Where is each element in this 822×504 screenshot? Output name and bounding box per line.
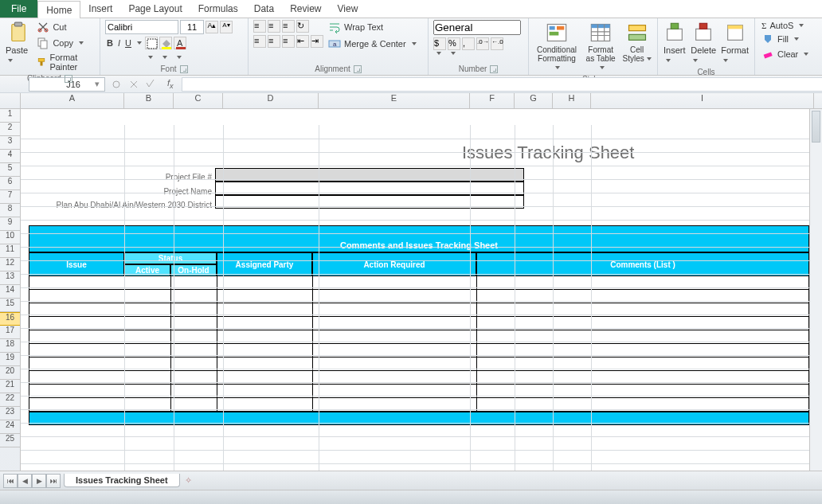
row-header-7[interactable]: 7 xyxy=(0,190,20,204)
tab-scroll-last[interactable]: ⏭ xyxy=(46,474,61,488)
col-header-F[interactable]: F xyxy=(470,93,515,108)
row-header-6[interactable]: 6 xyxy=(0,177,20,190)
decrease-indent-button[interactable]: ⇤ xyxy=(296,35,309,48)
align-left-button[interactable]: ≡ xyxy=(253,35,266,48)
row-header-8[interactable]: 8 xyxy=(0,204,20,217)
border-button[interactable] xyxy=(145,37,158,49)
align-top-button[interactable]: ≡ xyxy=(253,20,266,33)
row-header-10[interactable]: 10 xyxy=(0,231,20,244)
align-right-button[interactable]: ≡ xyxy=(282,35,295,48)
autosum-button[interactable]: ΣAutoS xyxy=(760,20,805,31)
row-header-4[interactable]: 4 xyxy=(0,150,20,163)
font-color-button[interactable]: A xyxy=(174,37,186,49)
col-header-D[interactable]: D xyxy=(223,93,319,108)
tab-scroll-first[interactable]: ⏮ xyxy=(3,474,18,488)
align-middle-button[interactable]: ≡ xyxy=(268,20,280,33)
row-header-15[interactable]: 15 xyxy=(0,299,20,312)
format-cells-button[interactable]: Format xyxy=(720,20,750,66)
col-header-C[interactable]: C xyxy=(174,93,223,108)
row-header-18[interactable]: 18 xyxy=(0,339,20,353)
formula-nav-icons[interactable] xyxy=(108,77,156,92)
align-center-button[interactable]: ≡ xyxy=(268,35,280,48)
tab-page-layout[interactable]: Page Layout xyxy=(120,0,190,18)
row-header-17[interactable]: 17 xyxy=(0,326,20,339)
fx-icon[interactable]: fx xyxy=(167,78,174,90)
merge-center-button[interactable]: aMerge & Center xyxy=(327,37,418,51)
row-header-14[interactable]: 14 xyxy=(0,285,20,299)
row-header-22[interactable]: 22 xyxy=(0,393,20,407)
tab-scroll-prev[interactable]: ◀ xyxy=(18,474,32,488)
formula-bar[interactable] xyxy=(182,77,822,92)
row-header-2[interactable]: 2 xyxy=(0,123,20,136)
bold-button[interactable]: B xyxy=(105,37,115,49)
column-headers[interactable]: ABCDEFGHI xyxy=(21,93,822,109)
row-header-23[interactable]: 23 xyxy=(0,407,20,420)
number-format-select[interactable] xyxy=(433,20,521,35)
orientation-button[interactable]: ↻ xyxy=(296,20,309,33)
tab-formulas[interactable]: Formulas xyxy=(190,0,246,18)
file-tab[interactable]: File xyxy=(0,0,37,18)
row-header-1[interactable]: 1 xyxy=(0,109,20,123)
row-header-3[interactable]: 3 xyxy=(0,136,20,150)
format-as-table-button[interactable]: Format as Table xyxy=(583,20,618,73)
row-header-13[interactable]: 13 xyxy=(0,272,20,285)
font-name-input[interactable] xyxy=(105,20,178,34)
cell-styles-button[interactable]: Cell Styles xyxy=(621,20,652,64)
clipboard-dialog-launcher[interactable] xyxy=(65,75,72,83)
wrap-text-button[interactable]: Wrap Text xyxy=(327,20,418,34)
currency-button[interactable]: $ xyxy=(433,37,446,50)
row-header-24[interactable]: 24 xyxy=(0,420,20,434)
increase-font-button[interactable]: A▴ xyxy=(206,21,218,33)
tab-view[interactable]: View xyxy=(330,0,366,18)
increase-decimal-button[interactable]: .0→ xyxy=(476,37,489,50)
insert-cells-button[interactable]: Insert xyxy=(663,20,687,66)
sheet-tab-active[interactable]: Issues Tracking Sheet xyxy=(64,474,180,487)
decrease-font-button[interactable]: A▾ xyxy=(220,21,233,33)
format-painter-button[interactable]: Format Painter xyxy=(35,52,95,72)
row-header-5[interactable]: 5 xyxy=(0,163,20,177)
vertical-scrollbar[interactable] xyxy=(809,109,822,487)
decrease-decimal-button[interactable]: ←.0 xyxy=(491,37,503,50)
delete-cells-button[interactable]: Delete xyxy=(690,20,717,66)
col-header-H[interactable]: H xyxy=(553,93,591,108)
paste-button[interactable]: Paste xyxy=(5,20,32,66)
font-dialog-launcher[interactable] xyxy=(180,65,188,73)
row-header-25[interactable]: 25 xyxy=(0,434,20,447)
fill-color-button[interactable] xyxy=(159,37,172,49)
col-header-G[interactable]: G xyxy=(515,93,553,108)
row-header-16[interactable]: 16 xyxy=(0,312,20,326)
col-header-A[interactable]: A xyxy=(21,93,124,108)
cut-button[interactable]: Cut xyxy=(35,20,95,34)
col-header-I[interactable]: I xyxy=(591,93,814,108)
col-header-B[interactable]: B xyxy=(124,93,174,108)
row-header-20[interactable]: 20 xyxy=(0,366,20,380)
tab-insert[interactable]: Insert xyxy=(80,0,120,18)
fill-button[interactable]: Fill xyxy=(760,32,800,46)
conditional-formatting-button[interactable]: Conditional Formatting xyxy=(534,20,580,73)
underline-button[interactable]: U xyxy=(123,37,143,49)
grid[interactable]: Issues Tracking Sheet Project File # Pro… xyxy=(21,125,822,487)
row-headers[interactable]: 1234567891011121314151617181920212223242… xyxy=(0,109,21,487)
col-header-E[interactable]: E xyxy=(319,93,470,108)
align-bottom-button[interactable]: ≡ xyxy=(282,20,295,33)
tab-scroll-next[interactable]: ▶ xyxy=(32,474,46,488)
alignment-dialog-launcher[interactable] xyxy=(354,65,362,73)
tab-home[interactable]: Home xyxy=(37,1,80,18)
number-dialog-launcher[interactable] xyxy=(490,65,498,73)
copy-button[interactable]: Copy xyxy=(35,36,95,50)
row-header-21[interactable]: 21 xyxy=(0,380,20,393)
increase-indent-button[interactable]: ⇥ xyxy=(311,35,323,48)
percent-button[interactable]: % xyxy=(448,37,460,50)
tab-data[interactable]: Data xyxy=(246,0,282,18)
tab-review[interactable]: Review xyxy=(282,0,329,18)
row-header-11[interactable]: 11 xyxy=(0,244,20,258)
font-size-input[interactable] xyxy=(180,20,204,34)
row-header-12[interactable]: 12 xyxy=(0,258,20,272)
comma-button[interactable]: , xyxy=(462,37,475,50)
row-header-9[interactable]: 9 xyxy=(0,217,20,231)
row-header-19[interactable]: 19 xyxy=(0,353,20,366)
new-sheet-button[interactable]: ✧ xyxy=(185,475,192,486)
select-all-corner[interactable] xyxy=(0,93,21,109)
clear-button[interactable]: Clear xyxy=(760,47,810,61)
italic-button[interactable]: I xyxy=(116,37,122,49)
